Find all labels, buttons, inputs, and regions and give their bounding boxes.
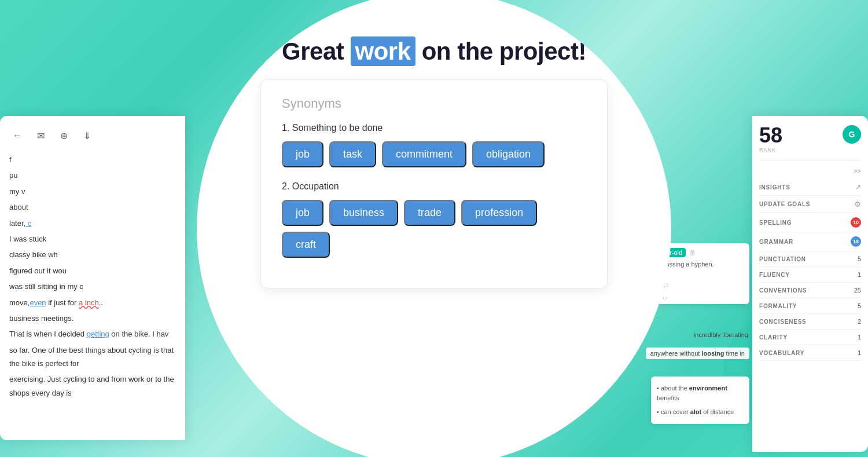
panel-header: 58 RANK G [759, 125, 861, 160]
punctuation-label: PUNCTUATION [759, 256, 806, 262]
grading-panel: 58 RANK G >> INSIGHTS ↗ UPDATE GOALS ⚙ S… [752, 116, 868, 452]
formality-count: 5 [858, 302, 861, 309]
heading-highlighted-word: work [351, 36, 415, 66]
issue-spelling[interactable]: SPELLING 10 [759, 213, 861, 232]
bullet-notes: • about the environment benefits • can c… [651, 376, 749, 424]
heading-prefix: Great [282, 38, 350, 65]
conciseness-label: CONCISENESS [759, 319, 807, 325]
issue-conciseness[interactable]: CONCISENESS 2 [759, 314, 861, 330]
editor-content: f pu my v about later, c I was stuck cla… [9, 153, 176, 400]
tag-trade[interactable]: trade [404, 200, 455, 226]
issue-conventions[interactable]: CONVENTIONS 25 [759, 283, 861, 298]
insights-label: INSIGHTS [759, 184, 790, 191]
issue-clarity[interactable]: CLARITY 1 [759, 330, 861, 345]
issue-vocabulary[interactable]: VOCABULARY 1 [759, 345, 861, 361]
score-label: RANK [759, 147, 782, 153]
clarity-count: 1 [858, 334, 861, 341]
delete-icon[interactable]: 🗑 [689, 248, 696, 257]
vocabulary-count: 1 [858, 349, 861, 356]
insights-row[interactable]: INSIGHTS ↗ [759, 179, 861, 196]
editor-panel: ← ✉ ⊕ ⇓ f pu my v about later, c I was s… [0, 116, 185, 440]
tag-commitment[interactable]: commitment [382, 141, 466, 167]
conventions-count: 25 [854, 287, 861, 294]
main-heading: Great work on the project! [282, 38, 586, 65]
update-goals-label: UPDATE GOALS [759, 201, 810, 207]
tag-task[interactable]: task [329, 141, 376, 167]
spelling-actions: 10 [851, 217, 861, 228]
bullet-item-2: • can cover alot of distance [657, 405, 744, 419]
grammarly-avatar: G [843, 125, 861, 144]
conventions-label: CONVENTIONS [759, 287, 807, 294]
synonym-group-2: 2. Occupation job business trade profess… [282, 181, 586, 258]
back-icon[interactable]: ← [9, 127, 25, 144]
tag-business[interactable]: business [329, 200, 398, 226]
update-goals-row[interactable]: UPDATE GOALS ⚙ [759, 196, 861, 213]
panel-nav: >> [759, 167, 861, 174]
tag-obligation[interactable]: obligation [472, 141, 545, 167]
issue-grammar[interactable]: GRAMMAR 18 [759, 232, 861, 251]
score-section: 58 RANK [759, 125, 782, 153]
tag-job-2[interactable]: job [282, 200, 323, 226]
spelling-badge: 10 [851, 217, 861, 228]
grammar-label: GRAMMAR [759, 239, 793, 245]
grammar-badge: 18 [851, 236, 861, 247]
spelling-label: SPELLING [759, 220, 792, 226]
synonyms-panel: Synonyms 1. Something to be done job tas… [260, 79, 608, 288]
bottom-note1: anywhere without loosing time in [646, 348, 749, 359]
download-icon[interactable]: ⇓ [79, 127, 95, 144]
issue-punctuation[interactable]: PUNCTUATION 5 [759, 251, 861, 267]
editor-toolbar: ← ✉ ⊕ ⇓ [9, 127, 176, 144]
flag-icon[interactable]: ⚐ [663, 280, 744, 291]
synonyms-title: Synonyms [282, 96, 586, 111]
synonym-group-1: 1. Something to be done job task commitm… [282, 123, 586, 167]
suggestion-close: ). [663, 269, 744, 276]
nav-arrows[interactable]: >> [854, 167, 861, 174]
tag-profession[interactable]: profession [461, 200, 537, 226]
group-1-label: 1. Something to be done [282, 123, 586, 133]
settings-icon: ⚙ [854, 200, 861, 209]
heading-suffix: on the project! [415, 38, 586, 65]
tag-craft[interactable]: craft [282, 232, 330, 258]
grammar-actions: 18 [851, 236, 861, 247]
insights-icon: ↗ [855, 183, 861, 191]
fluency-label: FLUENCY [759, 272, 790, 278]
score-number: 58 [759, 125, 782, 146]
vocabulary-label: VOCABULARY [759, 350, 804, 356]
fluency-count: 1 [858, 271, 861, 278]
formality-label: FORMALITY [759, 303, 797, 309]
bullet-item-1: • about the environment benefits [657, 381, 744, 405]
inbox-icon[interactable]: ✉ [32, 127, 49, 144]
conciseness-count: 2 [858, 318, 861, 325]
suggestion-text: missing a hyphen. [663, 261, 744, 268]
group-2-tags: job business trade profession craft [282, 200, 586, 258]
add-icon[interactable]: ⊕ [56, 127, 72, 144]
bottom-note2: incredibly liberating [693, 330, 749, 339]
punctuation-count: 5 [858, 255, 861, 262]
inline-suggestion: ar-old 🗑 missing a hyphen. ). ⚐ ... [657, 243, 749, 304]
clarity-label: CLARITY [759, 334, 788, 341]
issue-formality[interactable]: FORMALITY 5 [759, 298, 861, 314]
context-text1: ... [663, 293, 744, 299]
center-circle: Great work on the project! Synonyms 1. S… [197, 0, 671, 457]
group-2-label: 2. Occupation [282, 181, 586, 192]
group-1-tags: job task commitment obligation [282, 141, 586, 167]
issue-fluency[interactable]: FLUENCY 1 [759, 267, 861, 283]
tag-job-1[interactable]: job [282, 141, 323, 167]
